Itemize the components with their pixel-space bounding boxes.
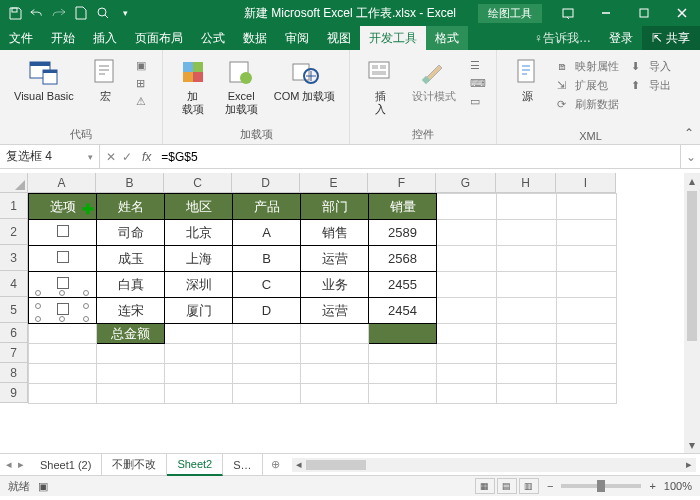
cell-H4[interactable] bbox=[497, 272, 557, 298]
cell-I6[interactable] bbox=[557, 324, 617, 344]
cell-C8[interactable] bbox=[165, 364, 233, 384]
cell-B9[interactable] bbox=[97, 384, 165, 404]
scroll-down-icon[interactable]: ▾ bbox=[684, 437, 700, 453]
name-box[interactable]: 复选框 4▾ bbox=[0, 145, 100, 168]
zoom-slider[interactable] bbox=[561, 484, 641, 488]
cell-B5[interactable]: 连宋 bbox=[97, 298, 165, 324]
row-header-4[interactable]: 4 bbox=[0, 271, 28, 297]
new-icon[interactable] bbox=[74, 6, 88, 20]
cell-I2[interactable] bbox=[557, 220, 617, 246]
use-relative-refs-button[interactable]: ⊞ bbox=[132, 76, 154, 92]
cell-C5[interactable]: 厦门 bbox=[165, 298, 233, 324]
cell-G6[interactable] bbox=[437, 324, 497, 344]
tab-nav[interactable]: ◂▸ bbox=[0, 458, 30, 471]
cell-B8[interactable] bbox=[97, 364, 165, 384]
design-mode-button[interactable]: 设计模式 bbox=[406, 54, 462, 105]
cell-H5[interactable] bbox=[497, 298, 557, 324]
cell-grid[interactable]: 选项姓名地区产品部门销量司命北京A销售2589成玉上海B运营2568白真深圳C业… bbox=[28, 193, 617, 404]
cell-F6[interactable] bbox=[369, 324, 437, 344]
cell-I4[interactable] bbox=[557, 272, 617, 298]
redo-icon[interactable] bbox=[52, 6, 66, 20]
cancel-formula-icon[interactable]: ✕ bbox=[106, 150, 116, 164]
checkbox[interactable] bbox=[57, 251, 69, 263]
cell-G3[interactable] bbox=[437, 246, 497, 272]
cell-C1[interactable]: 地区 bbox=[165, 194, 233, 220]
fx-icon[interactable]: fx bbox=[138, 150, 155, 164]
zoom-out-button[interactable]: − bbox=[547, 480, 553, 492]
excel-addins-button[interactable]: Excel 加载项 bbox=[219, 54, 264, 118]
cell-C9[interactable] bbox=[165, 384, 233, 404]
cell-G2[interactable] bbox=[437, 220, 497, 246]
row-header-6[interactable]: 6 bbox=[0, 323, 28, 343]
tab-review[interactable]: 审阅 bbox=[276, 26, 318, 50]
row-headers[interactable]: 123456789 bbox=[0, 193, 28, 403]
row-header-2[interactable]: 2 bbox=[0, 219, 28, 245]
cell-G8[interactable] bbox=[437, 364, 497, 384]
cell-B1[interactable]: 姓名 bbox=[97, 194, 165, 220]
cell-A7[interactable] bbox=[29, 344, 97, 364]
cell-D9[interactable] bbox=[233, 384, 301, 404]
cell-F4[interactable]: 2455 bbox=[369, 272, 437, 298]
collapse-ribbon-icon[interactable]: ⌃ bbox=[684, 126, 694, 140]
cell-A8[interactable] bbox=[29, 364, 97, 384]
row-header-9[interactable]: 9 bbox=[0, 383, 28, 403]
tell-me[interactable]: ♀ 告诉我… bbox=[525, 26, 600, 50]
cell-G4[interactable] bbox=[437, 272, 497, 298]
ribbon-options-icon[interactable] bbox=[550, 0, 586, 26]
cell-E4[interactable]: 业务 bbox=[301, 272, 369, 298]
share-button[interactable]: ⇱共享 bbox=[642, 26, 700, 50]
row-header-5[interactable]: 5 bbox=[0, 297, 28, 323]
col-header-B[interactable]: B bbox=[96, 173, 164, 193]
cell-D3[interactable]: B bbox=[233, 246, 301, 272]
visual-basic-button[interactable]: Visual Basic bbox=[8, 54, 80, 105]
cell-D1[interactable]: 产品 bbox=[233, 194, 301, 220]
col-header-D[interactable]: D bbox=[232, 173, 300, 193]
qat-customize-icon[interactable]: ▾ bbox=[118, 6, 132, 20]
select-all-corner[interactable] bbox=[0, 173, 28, 193]
addins-button[interactable]: 加 载项 bbox=[171, 54, 215, 118]
cell-D6[interactable] bbox=[233, 324, 301, 344]
xml-export-button[interactable]: ⬆导出 bbox=[627, 77, 675, 94]
worksheet-area[interactable]: ABCDEFGHI 123456789 选项姓名地区产品部门销量司命北京A销售2… bbox=[0, 169, 700, 453]
tab-insert[interactable]: 插入 bbox=[84, 26, 126, 50]
cell-A2[interactable] bbox=[29, 220, 97, 246]
cell-E7[interactable] bbox=[301, 344, 369, 364]
cell-G9[interactable] bbox=[437, 384, 497, 404]
cell-F5[interactable]: 2454 bbox=[369, 298, 437, 324]
cell-C2[interactable]: 北京 bbox=[165, 220, 233, 246]
cell-I8[interactable] bbox=[557, 364, 617, 384]
cell-F3[interactable]: 2568 bbox=[369, 246, 437, 272]
checkbox[interactable] bbox=[57, 277, 69, 289]
enter-formula-icon[interactable]: ✓ bbox=[122, 150, 132, 164]
cell-G1[interactable] bbox=[437, 194, 497, 220]
cell-H9[interactable] bbox=[497, 384, 557, 404]
cell-E3[interactable]: 运营 bbox=[301, 246, 369, 272]
cell-H8[interactable] bbox=[497, 364, 557, 384]
column-headers[interactable]: ABCDEFGHI bbox=[28, 173, 616, 193]
com-addins-button[interactable]: COM 加载项 bbox=[268, 54, 342, 105]
cell-C3[interactable]: 上海 bbox=[165, 246, 233, 272]
row-header-7[interactable]: 7 bbox=[0, 343, 28, 363]
print-preview-icon[interactable] bbox=[96, 6, 110, 20]
zoom-level[interactable]: 100% bbox=[664, 480, 692, 492]
sheet-tab[interactable]: Sheet1 (2) bbox=[30, 454, 102, 476]
cell-E8[interactable] bbox=[301, 364, 369, 384]
cell-E1[interactable]: 部门 bbox=[301, 194, 369, 220]
cell-C4[interactable]: 深圳 bbox=[165, 272, 233, 298]
cell-B2[interactable]: 司命 bbox=[97, 220, 165, 246]
vertical-scrollbar[interactable]: ▴ ▾ bbox=[684, 173, 700, 453]
col-header-H[interactable]: H bbox=[496, 173, 556, 193]
cell-H3[interactable] bbox=[497, 246, 557, 272]
scroll-right-icon[interactable]: ▸ bbox=[682, 458, 696, 471]
maximize-button[interactable] bbox=[626, 0, 662, 26]
cell-D4[interactable]: C bbox=[233, 272, 301, 298]
cell-A5[interactable] bbox=[29, 298, 97, 324]
sheet-tab[interactable]: 不删不改 bbox=[102, 454, 167, 476]
cell-B3[interactable]: 成玉 bbox=[97, 246, 165, 272]
row-header-1[interactable]: 1 bbox=[0, 193, 28, 219]
col-header-F[interactable]: F bbox=[368, 173, 436, 193]
macros-button[interactable]: 宏 bbox=[84, 54, 128, 105]
col-header-C[interactable]: C bbox=[164, 173, 232, 193]
tab-view[interactable]: 视图 bbox=[318, 26, 360, 50]
cell-A4[interactable] bbox=[29, 272, 97, 298]
